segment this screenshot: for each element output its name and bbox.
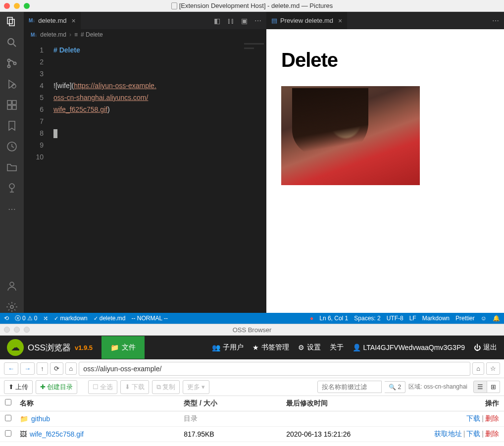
col-date[interactable]: 最后修改时间 <box>286 399 430 408</box>
file-icon <box>171 2 177 9</box>
account-icon[interactable] <box>6 280 18 292</box>
run-icon[interactable] <box>6 78 18 90</box>
download-link[interactable]: 下载 <box>466 430 480 438</box>
feedback-icon[interactable]: ☺ <box>481 315 487 322</box>
nav-files[interactable]: 📁 文件 <box>101 336 145 359</box>
grid-view-button[interactable]: ⊞ <box>487 381 500 393</box>
maximize-window-icon[interactable] <box>24 3 30 9</box>
tree-icon[interactable] <box>6 182 18 194</box>
folder-icon[interactable] <box>6 161 18 173</box>
preview-tab-icon: ▤ <box>271 17 277 24</box>
svg-rect-10 <box>7 105 11 109</box>
search-input[interactable] <box>317 381 382 393</box>
gear-icon[interactable] <box>6 301 18 313</box>
nav-settings[interactable]: ⚙ 设置 <box>298 343 321 352</box>
close-tab-icon[interactable]: × <box>338 17 342 25</box>
extensions-icon[interactable] <box>6 99 18 111</box>
sync-icon[interactable]: ⤭ <box>43 315 48 322</box>
more-button[interactable]: 更多 ▾ <box>183 380 209 394</box>
table-row[interactable]: 📁github 目录 下载|删除 <box>0 411 504 427</box>
tab-label: Preview delete.md <box>280 17 333 24</box>
markdown-icon: M↓ <box>31 32 37 38</box>
encoding[interactable]: UTF-8 <box>387 315 403 322</box>
minimap[interactable] <box>242 40 266 313</box>
bookmark-icon[interactable] <box>6 120 18 132</box>
upload-button[interactable]: ⬆ 上传 <box>4 380 33 394</box>
tab-delete-md[interactable]: M↓ delete.md × <box>24 12 81 29</box>
mac-titlebar: [Extension Development Host] - delete.md… <box>0 0 504 12</box>
preview-icon[interactable]: ⫿⫿ <box>227 17 234 25</box>
oss-logo-icon: ☁ <box>7 339 24 356</box>
up-button[interactable]: ↑ <box>37 362 48 375</box>
window-title: [Extension Development Host] - delete.md… <box>179 2 333 9</box>
maximize-window-icon[interactable] <box>24 327 30 333</box>
selectall-button[interactable]: ☐ 全选 <box>88 380 117 394</box>
errors-indicator[interactable]: ⓧ 0 ⚠ 0 <box>15 314 37 323</box>
search-button[interactable]: 🔍 2 <box>385 381 405 393</box>
more-icon[interactable]: ⋯ <box>6 203 18 215</box>
editor[interactable]: 12345678910 # Delete ![wife](https://ali… <box>24 40 266 313</box>
forward-button[interactable]: → <box>20 362 35 375</box>
svg-point-18 <box>10 305 13 308</box>
col-name[interactable]: 名称 <box>20 399 184 408</box>
cursor-pos[interactable]: Ln 6, Col 1 <box>319 315 348 322</box>
close-tab-icon[interactable]: × <box>71 17 75 25</box>
nav-exit[interactable]: ⏻ 退出 <box>474 343 497 352</box>
svg-rect-12 <box>12 100 16 104</box>
formatter[interactable]: Prettier <box>455 315 475 322</box>
more-actions-icon[interactable]: ⋯ <box>254 17 261 25</box>
close-window-icon[interactable] <box>4 3 10 9</box>
breadcrumb[interactable]: M↓ delete.md › ≡ # Delete <box>24 29 266 40</box>
delete-link[interactable]: 删除 <box>485 414 499 422</box>
cursor <box>53 129 57 138</box>
nav-bookmarks[interactable]: ★ 书签管理 <box>252 343 289 352</box>
mkdir-button[interactable]: ✚ 创建目录 <box>36 380 77 394</box>
search-icon[interactable] <box>6 37 18 49</box>
rec-icon[interactable]: ● <box>310 315 313 322</box>
scm-icon[interactable] <box>6 57 18 69</box>
star-button[interactable]: ☆ <box>486 362 500 375</box>
indent[interactable]: Spaces: 2 <box>354 315 380 322</box>
row-checkbox[interactable] <box>5 430 11 437</box>
history-icon[interactable] <box>6 141 18 152</box>
nav-subusers[interactable]: 👥 子用户 <box>212 343 244 352</box>
minimize-window-icon[interactable] <box>14 327 20 333</box>
file-name[interactable]: github <box>31 415 50 423</box>
home-button[interactable]: ⌂ <box>65 362 77 375</box>
remote-icon[interactable]: ⟲ <box>4 315 9 322</box>
close-window-icon[interactable] <box>4 327 10 333</box>
split-icon[interactable]: ◧ <box>214 17 220 25</box>
nav-about[interactable]: 关于 <box>330 343 344 352</box>
layout-icon[interactable]: ▣ <box>241 17 248 25</box>
select-all-checkbox[interactable] <box>5 399 11 405</box>
table-row[interactable]: 🖼wife_f625c758.gif 817.95KB 2020-06-13 1… <box>0 427 504 442</box>
eol[interactable]: LF <box>409 315 416 322</box>
back-button[interactable]: ← <box>4 362 18 375</box>
code-area[interactable]: # Delete ![wife](https://aliyun-oss-exam… <box>53 40 266 313</box>
col-type[interactable]: 类型 / 大小 <box>184 399 286 408</box>
oss-navbar: ☁ OSS浏览器 v1.9.5 📁 文件 👥 子用户 ★ 书签管理 ⚙ 设置 关… <box>0 336 504 359</box>
more-actions-icon[interactable]: ⋯ <box>492 17 499 25</box>
download-button[interactable]: ⬇ 下载 <box>120 380 149 394</box>
minimize-window-icon[interactable] <box>14 3 20 9</box>
address-input[interactable] <box>79 362 470 376</box>
delete-link[interactable]: 删除 <box>485 430 499 438</box>
copy-button[interactable]: ⧉ 复制 <box>152 380 180 394</box>
home2-button[interactable]: ⌂ <box>472 362 484 375</box>
bell-icon[interactable]: 🔔 <box>493 315 500 322</box>
download-link[interactable]: 下载 <box>466 414 480 422</box>
list-view-button[interactable]: ☰ <box>473 381 487 393</box>
refresh-button[interactable]: ⟳ <box>50 362 63 375</box>
file-name[interactable]: wife_f625c758.gif <box>30 430 84 438</box>
language[interactable]: Markdown <box>422 315 450 322</box>
image-icon: 🖼 <box>20 430 27 438</box>
nav-user[interactable]: 👤 LTAI4GJFVWedvwaaQmv3G3P9 <box>353 344 465 351</box>
file-mode[interactable]: ✓ delete.md <box>94 315 126 322</box>
statusbar: ⟲ ⓧ 0 ⚠ 0 ⤭ ✓ markdown ✓ delete.md -- NO… <box>0 313 504 324</box>
explorer-icon[interactable] <box>6 16 18 28</box>
lang-mode[interactable]: ✓ markdown <box>54 315 87 322</box>
oss-brand: OSS浏览器 <box>28 342 71 353</box>
geturl-link[interactable]: 获取地址 <box>434 430 462 438</box>
row-checkbox[interactable] <box>5 415 11 421</box>
tab-preview[interactable]: ▤ Preview delete.md × <box>266 12 347 29</box>
